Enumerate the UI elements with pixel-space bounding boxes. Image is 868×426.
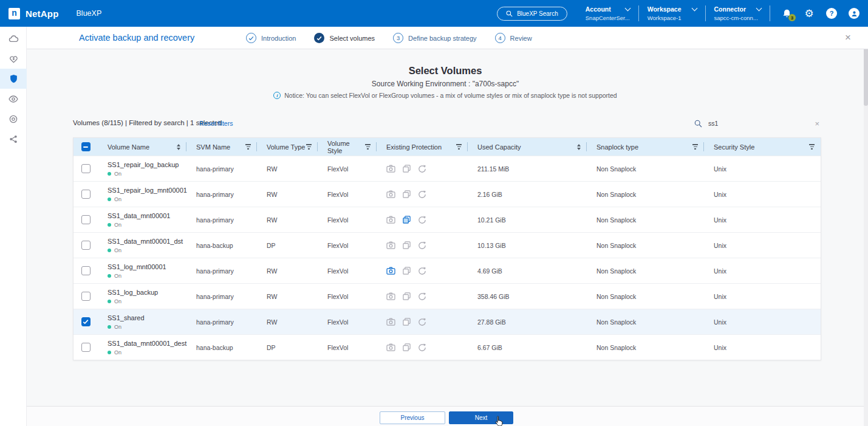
row-checkbox[interactable] — [81, 164, 91, 173]
account-menu[interactable]: Account SnapCenterSer... — [577, 5, 638, 21]
column-header-security-style[interactable]: Security Style — [704, 138, 821, 156]
volume-type-cell: RW — [257, 191, 318, 198]
select-all-checkbox[interactable] — [81, 142, 91, 151]
filter-icon[interactable] — [692, 144, 698, 149]
help-icon[interactable]: ? — [825, 7, 838, 20]
step-review[interactable]: 4 Review — [495, 33, 532, 43]
sidebar-item-health[interactable] — [0, 49, 27, 69]
filter-icon[interactable] — [306, 144, 312, 149]
volume-name: SS1_log_mnt00001 — [108, 263, 177, 270]
column-header-volume-type[interactable]: Volume Type — [257, 138, 318, 156]
user-account-icon[interactable] — [847, 7, 861, 20]
svm-name-cell: hana-primary — [186, 318, 257, 326]
volume-style-cell: FlexVol — [318, 242, 377, 249]
volume-status: On — [114, 349, 121, 356]
row-checkbox[interactable] — [81, 266, 91, 275]
row-checkbox[interactable] — [81, 215, 91, 224]
snaplock-type-cell: Non Snaplock — [587, 293, 704, 300]
row-checkbox[interactable] — [81, 292, 91, 301]
reset-filters-link[interactable]: Reset filters — [199, 120, 233, 127]
wizard-footer — [27, 406, 868, 426]
step-done-check-icon — [246, 33, 256, 43]
filter-icon[interactable] — [456, 144, 462, 149]
next-button[interactable]: Next — [449, 411, 513, 424]
chevron-down-icon — [624, 5, 630, 12]
sidebar-item-protection[interactable] — [0, 69, 27, 89]
column-header-snaplock-type[interactable]: Snaplock type — [587, 138, 704, 156]
workspace-menu[interactable]: Workspace Workspace-1 — [639, 5, 705, 21]
table-row[interactable]: SS1_repair_log_backup On hana-primary RW… — [73, 156, 821, 181]
search-icon — [506, 10, 513, 17]
workspace-menu-label: Workspace — [648, 5, 682, 13]
row-checkbox[interactable] — [81, 343, 91, 352]
sidebar-item-storage[interactable] — [0, 29, 27, 49]
filter-icon[interactable] — [245, 144, 251, 149]
sidebar-item-mobility[interactable] — [0, 109, 27, 129]
step-label: Introduction — [261, 35, 296, 42]
notifications-bell-icon[interactable]: 3 — [780, 7, 793, 20]
step-label: Review — [510, 35, 532, 42]
existing-protection-cell — [377, 165, 468, 173]
scrollbar-track[interactable] — [864, 27, 868, 426]
backup-icon — [403, 165, 411, 173]
svm-name-cell: hana-primary — [186, 216, 257, 224]
volume-name: SS1_repair_log_mnt00001 — [108, 187, 177, 194]
table-row[interactable]: SS1_data_mnt00001_dst On hana-backup DP … — [73, 232, 821, 258]
search-button-label: BlueXP Search — [517, 10, 558, 17]
row-checkbox[interactable] — [81, 241, 91, 250]
svm-name-cell: hana-primary — [186, 293, 257, 300]
table-row[interactable]: SS1_data_mnt00001 On hana-primary RW Fle… — [73, 207, 821, 232]
settings-gear-icon[interactable]: ⚙ — [802, 7, 816, 20]
close-icon[interactable]: × — [842, 32, 853, 43]
replication-icon — [418, 267, 426, 275]
connector-menu[interactable]: Connector sapcc-cm-conn... — [706, 5, 770, 21]
volume-type-cell: DP — [257, 242, 318, 249]
column-header-used-capacity[interactable]: Used Capacity — [468, 138, 587, 156]
column-header-existing-protection[interactable]: Existing Protection — [377, 138, 468, 156]
volume-type-cell: RW — [257, 293, 318, 300]
table-body: SS1_repair_log_backup On hana-primary RW… — [73, 156, 821, 360]
filter-icon[interactable] — [365, 144, 371, 149]
table-row[interactable]: SS1_shared On hana-primary RW FlexVol 27… — [73, 309, 821, 334]
sidebar-item-extend[interactable] — [0, 129, 27, 149]
table-row[interactable]: SS1_log_backup On hana-primary RW FlexVo… — [73, 283, 821, 309]
notification-badge: 3 — [788, 14, 796, 21]
bluexp-search-button[interactable]: BlueXP Search — [497, 7, 567, 21]
table-row[interactable]: SS1_data_mnt00001_dest On hana-backup DP… — [73, 334, 821, 360]
snapshot-policy-icon — [386, 165, 395, 173]
row-checkbox[interactable] — [81, 190, 91, 199]
row-checkbox[interactable] — [81, 317, 91, 326]
backup-icon — [403, 267, 411, 275]
snapshot-policy-icon — [386, 216, 395, 224]
volume-style-cell: FlexVol — [318, 165, 377, 173]
filter-icon[interactable] — [809, 144, 815, 149]
sort-icon[interactable] — [177, 144, 180, 150]
left-sidebar — [0, 27, 27, 426]
wizard-steps: Introduction Select volumes 3 Define bac… — [246, 27, 532, 49]
status-dot — [108, 223, 111, 227]
volume-type-cell: RW — [257, 318, 318, 326]
step-number: 3 — [393, 33, 403, 43]
previous-button[interactable]: Previous — [380, 411, 445, 424]
column-header-volume-style[interactable]: Volume Style — [318, 138, 377, 156]
step-define-backup-strategy[interactable]: 3 Define backup strategy — [393, 33, 477, 43]
table-row[interactable]: SS1_repair_log_mnt00001 On hana-primary … — [73, 181, 821, 207]
snapshot-policy-icon — [386, 318, 395, 326]
netapp-logo-icon: n — [9, 8, 20, 19]
column-header-volume-name[interactable]: Volume Name — [98, 138, 186, 156]
mobility-globe-icon — [9, 115, 18, 123]
table-row[interactable]: SS1_log_mnt00001 On hana-primary RW Flex… — [73, 258, 821, 283]
sort-icon[interactable] — [577, 144, 581, 150]
replication-icon — [418, 190, 426, 199]
step-select-volumes[interactable]: Select volumes — [314, 33, 375, 43]
svm-name-cell: hana-primary — [186, 165, 257, 173]
search-input[interactable] — [708, 120, 805, 127]
page-title: Select Volumes — [27, 65, 864, 77]
volumes-table: Volume Name SVM Name Volume Type Volume … — [73, 137, 821, 360]
sidebar-item-governance[interactable] — [0, 89, 27, 109]
security-style-cell: Unix — [704, 318, 821, 326]
clear-search-icon[interactable]: × — [815, 119, 819, 128]
column-header-svm-name[interactable]: SVM Name — [186, 138, 257, 156]
step-introduction[interactable]: Introduction — [246, 33, 296, 43]
account-menu-value: SnapCenterSer... — [586, 15, 630, 21]
